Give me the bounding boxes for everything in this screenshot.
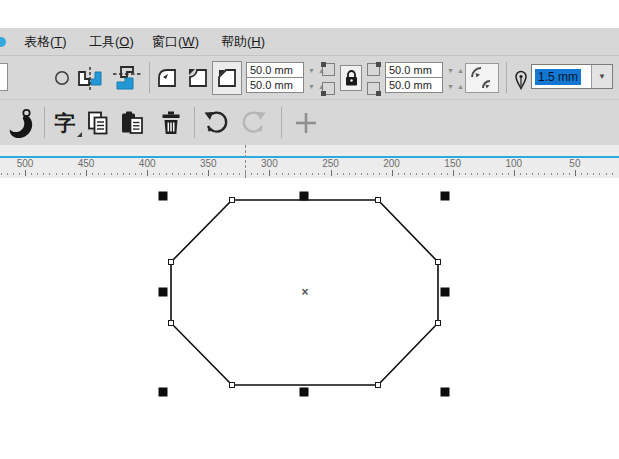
ruler-minor-tick — [312, 173, 313, 175]
dropdown-arrow-icon[interactable]: ▼ — [591, 65, 612, 88]
bottom-right-corner-selector[interactable] — [367, 82, 380, 95]
separator — [44, 107, 45, 138]
ruler-minor-tick — [159, 173, 160, 175]
drawing-canvas[interactable] — [0, 178, 619, 459]
ruler-minor-tick — [337, 173, 338, 175]
ruler-minor-tick — [276, 173, 277, 175]
left-corner-selectors — [322, 63, 335, 95]
ruler-minor-tick — [239, 173, 240, 175]
flyout-arrow-icon — [77, 132, 82, 137]
corner-radius-bottom-left-input[interactable]: 50.0 mm — [246, 77, 304, 93]
ruler-minor-tick — [544, 173, 545, 175]
separator — [149, 62, 150, 93]
spinner-down-icon[interactable]: ▼ — [308, 83, 315, 90]
relative-corner-scaling-button[interactable] — [465, 63, 499, 93]
ruler-minor-tick — [19, 173, 20, 175]
spinner-down-icon[interactable]: ▼ — [308, 67, 315, 74]
ruler-number: 400 — [130, 158, 164, 169]
swirl-pen-icon[interactable] — [5, 107, 37, 139]
chamfered-corner-button[interactable] — [212, 61, 242, 95]
ruler-minor-tick — [306, 173, 307, 175]
ruler-minor-tick — [13, 173, 14, 175]
ruler-minor-tick — [135, 173, 136, 175]
copy-button[interactable] — [84, 108, 112, 138]
ruler-minor-tick — [361, 173, 362, 175]
ruler-minor-tick — [1, 173, 2, 175]
outline-width-combobox[interactable]: 1.5 mm ▼ — [531, 64, 613, 89]
undo-button[interactable] — [201, 108, 231, 138]
ruler-major-tick — [147, 170, 148, 176]
ruler-minor-tick — [282, 173, 283, 175]
break-curve-icon[interactable] — [112, 65, 142, 91]
ruler-minor-tick — [441, 173, 442, 175]
bottom-left-corner-selector[interactable] — [322, 82, 335, 95]
corner-radius-top-left-input[interactable]: 50.0 mm — [246, 62, 304, 78]
ruler-number: 500 — [8, 158, 42, 169]
menu-window[interactable]: 窗口(W) — [148, 28, 203, 56]
ruler-minor-tick — [190, 173, 191, 175]
ruler-minor-tick — [587, 173, 588, 175]
redo-icon — [240, 109, 268, 137]
ruler-minor-tick — [251, 173, 252, 175]
pen-nib-glyph — [513, 66, 529, 90]
outline-width-value[interactable]: 1.5 mm — [532, 65, 591, 88]
ruler-number: 100 — [497, 158, 531, 169]
ruler-minor-tick — [129, 173, 130, 175]
menu-table[interactable]: 表格(T) — [20, 28, 71, 56]
edit-corners-together-lock-button[interactable] — [340, 65, 362, 91]
ruler-minor-tick — [367, 173, 368, 175]
ruler-ticks: 50045040035030025020015010050 — [0, 145, 619, 178]
ruler-minor-tick — [489, 173, 490, 175]
paste-icon — [119, 110, 145, 136]
ruler-number: 450 — [69, 158, 103, 169]
ellipse-icon[interactable] — [52, 68, 72, 88]
partial-input-field[interactable] — [0, 63, 8, 91]
text-tool-button[interactable]: 字 — [50, 108, 80, 138]
ruler-minor-tick — [117, 173, 118, 175]
ruler-minor-tick — [496, 173, 497, 175]
ruler-minor-tick — [184, 173, 185, 175]
ruler-minor-tick — [37, 173, 38, 175]
delete-button[interactable] — [157, 108, 185, 138]
redo-button[interactable] — [239, 108, 269, 138]
menu-help[interactable]: 帮助(H) — [217, 28, 269, 56]
ruler-minor-tick — [593, 173, 594, 175]
corner-radius-bottom-right-input[interactable]: 50.0 mm — [385, 77, 443, 93]
ruler-minor-tick — [56, 173, 57, 175]
ruler-minor-tick — [202, 173, 203, 175]
menu-tools[interactable]: 工具(O) — [85, 28, 138, 56]
ruler-minor-tick — [606, 173, 607, 175]
mirror-nodes-icon[interactable] — [76, 65, 104, 91]
top-right-corner-selector[interactable] — [367, 63, 380, 76]
ruler-minor-tick — [599, 173, 600, 175]
horizontal-ruler[interactable]: 50045040035030025020015010050 — [0, 145, 619, 178]
ruler-number: 50 — [558, 158, 592, 169]
paste-button[interactable] — [117, 108, 147, 138]
top-left-corner-selector[interactable] — [322, 63, 335, 76]
ruler-minor-tick — [178, 173, 179, 175]
add-button[interactable] — [292, 109, 320, 137]
ruler-number: 350 — [191, 158, 225, 169]
corner-radius-top-right-input[interactable]: 50.0 mm — [385, 62, 443, 78]
ruler-minor-tick — [386, 173, 387, 175]
ruler-minor-tick — [221, 173, 222, 175]
spinner-down-icon[interactable]: ▼ — [447, 83, 454, 90]
ruler-minor-tick — [324, 173, 325, 175]
ruler-minor-tick — [502, 173, 503, 175]
ruler-minor-tick — [196, 173, 197, 175]
ruler-major-tick — [269, 170, 270, 176]
round-corner-button[interactable] — [153, 64, 181, 92]
ellipse-icon-glyph — [53, 69, 71, 87]
spinner-up-icon[interactable]: ▲ — [457, 67, 464, 74]
spinner-down-icon[interactable]: ▼ — [447, 67, 454, 74]
ruler-minor-tick — [104, 173, 105, 175]
ruler-minor-tick — [538, 173, 539, 175]
ruler-minor-tick — [483, 173, 484, 175]
ruler-minor-tick — [257, 173, 258, 175]
ruler-minor-tick — [532, 173, 533, 175]
scalloped-corner-button[interactable] — [184, 64, 212, 92]
ruler-minor-tick — [343, 173, 344, 175]
ruler-minor-tick — [520, 173, 521, 175]
spinner-up-icon[interactable]: ▲ — [457, 83, 464, 90]
ruler-minor-tick — [569, 173, 570, 175]
